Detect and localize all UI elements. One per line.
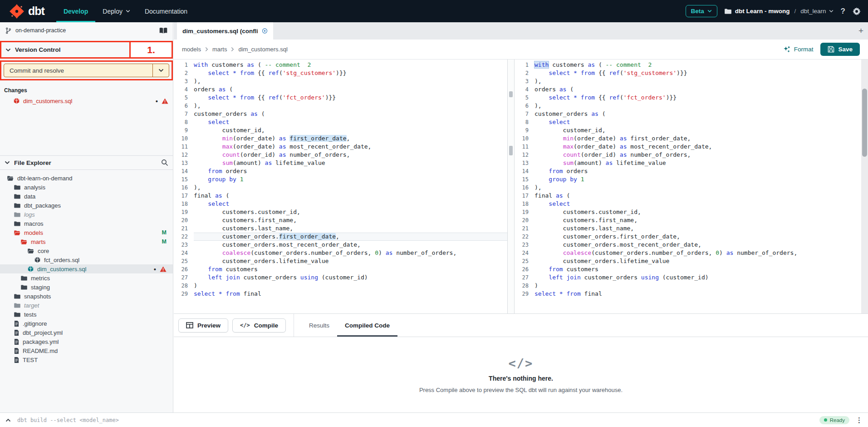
format-button[interactable]: Format bbox=[783, 46, 814, 53]
code-line[interactable]: 22 customer_orders.first_order_date, bbox=[515, 233, 861, 241]
nav-deploy[interactable]: Deploy bbox=[95, 0, 137, 22]
code-line[interactable]: 4orders as ( bbox=[174, 85, 507, 94]
code-line[interactable]: 8 select bbox=[174, 118, 507, 126]
tree-item-snapshots[interactable]: snapshots bbox=[0, 292, 173, 301]
code-line[interactable]: 28) bbox=[174, 282, 507, 290]
tab-compiled-code[interactable]: Compiled Code bbox=[337, 314, 397, 337]
code-line[interactable]: 2 select * from {{ ref('stg_customers')}… bbox=[515, 69, 861, 77]
code-line[interactable]: 23 customer_orders.most_recent_order_dat… bbox=[515, 241, 861, 249]
code-line[interactable]: 6), bbox=[174, 102, 507, 110]
nav-develop[interactable]: Develop bbox=[56, 0, 95, 22]
tree-item-fct_orders.sql[interactable]: fct_orders.sql bbox=[0, 255, 173, 264]
code-line[interactable]: 24 coalesce(customer_orders.number_of_or… bbox=[174, 249, 507, 257]
search-icon[interactable] bbox=[161, 159, 168, 166]
code-line[interactable]: 9 customer_id, bbox=[174, 126, 507, 134]
tree-item-dbt-learn-on-demand[interactable]: dbt-learn-on-demand bbox=[0, 174, 173, 183]
dbt-logo[interactable]: dbt bbox=[0, 0, 56, 22]
code-line[interactable]: 29select * from final bbox=[174, 290, 507, 298]
code-line[interactable]: 15 group by 1 bbox=[515, 175, 861, 184]
code-line[interactable]: 27 left join customer_orders using (cust… bbox=[515, 273, 861, 282]
settings-gear-icon[interactable] bbox=[853, 7, 861, 15]
splitter-thumb[interactable] bbox=[509, 146, 513, 155]
breadcrumb-models[interactable]: models bbox=[182, 46, 201, 53]
code-line[interactable]: 3), bbox=[515, 77, 861, 85]
code-line[interactable]: 19 customers.customer_id, bbox=[515, 208, 861, 216]
code-line[interactable]: 18 select bbox=[174, 200, 507, 208]
tree-item-marts[interactable]: martsM bbox=[0, 237, 173, 246]
chevron-up-icon[interactable] bbox=[5, 418, 11, 422]
pane-splitter[interactable] bbox=[507, 60, 515, 313]
code-line[interactable]: 6), bbox=[515, 102, 861, 110]
code-line[interactable]: 8 select bbox=[515, 118, 861, 126]
splitter-thumb[interactable] bbox=[509, 91, 513, 97]
version-control-header[interactable]: Version Control 1. bbox=[1, 42, 172, 57]
tree-item-metrics[interactable]: metrics bbox=[0, 273, 173, 283]
code-line[interactable]: 1with customers as ( -- comment 2 bbox=[174, 61, 507, 69]
code-line[interactable]: 27 left join customer_orders using (cust… bbox=[174, 273, 507, 282]
code-line[interactable]: 10 min(order_date) as first_order_date, bbox=[174, 134, 507, 143]
code-line[interactable]: 16), bbox=[515, 184, 861, 192]
kebab-menu-icon[interactable]: ⋮ bbox=[856, 416, 863, 424]
docs-book-icon[interactable] bbox=[159, 27, 167, 34]
code-line[interactable]: 15 group by 1 bbox=[174, 175, 507, 184]
project-dropdown[interactable]: dbt_learn bbox=[800, 8, 833, 15]
tree-item-target[interactable]: target bbox=[0, 301, 173, 310]
nav-documentation[interactable]: Documentation bbox=[137, 0, 195, 22]
code-line[interactable]: 25 customer_orders.lifetime_value bbox=[174, 257, 507, 265]
tree-item-dim_customers.sql[interactable]: dim_customers.sql• bbox=[0, 264, 173, 273]
code-line[interactable]: 4orders as ( bbox=[515, 85, 861, 94]
code-line[interactable]: 17final as ( bbox=[174, 192, 507, 200]
tree-item-TEST[interactable]: TEST bbox=[0, 355, 173, 364]
tree-item-models[interactable]: modelsM bbox=[0, 228, 173, 237]
save-button[interactable]: Save bbox=[820, 43, 860, 56]
tree-item-packages.yml[interactable]: packages.yml bbox=[0, 337, 173, 346]
tree-item-tests[interactable]: tests bbox=[0, 310, 173, 319]
code-line[interactable]: 10 min(order_date) as first_order_date, bbox=[515, 134, 861, 143]
code-line[interactable]: 22 customer_orders.first_order_date, bbox=[174, 233, 507, 241]
code-line[interactable]: 18 select bbox=[515, 200, 861, 208]
code-line[interactable]: 5 select * from {{ ref('fct_orders')}} bbox=[515, 94, 861, 102]
code-line[interactable]: 26 from customers bbox=[515, 265, 861, 273]
tree-item-logs[interactable]: logs bbox=[0, 210, 173, 219]
tab-dim-customers[interactable]: dim_customers.sql (confli... bbox=[177, 22, 273, 40]
branch-row[interactable]: on-demand-practice bbox=[0, 22, 173, 39]
code-line[interactable]: 14 from orders bbox=[515, 167, 861, 175]
editor-scrollbar[interactable] bbox=[861, 60, 868, 313]
new-tab-plus-icon[interactable]: + bbox=[858, 26, 863, 36]
tree-item-README.md[interactable]: README.md bbox=[0, 346, 173, 355]
tree-item-macros[interactable]: macros bbox=[0, 219, 173, 228]
help-icon[interactable]: ? bbox=[841, 7, 845, 16]
code-line[interactable]: 11 max(order_date) as most_recent_order_… bbox=[515, 143, 861, 151]
code-line[interactable]: 12 count(order_id) as number_of_orders, bbox=[174, 151, 507, 159]
tree-item-data[interactable]: data bbox=[0, 192, 173, 201]
tree-item-dbt_project.yml[interactable]: dbt_project.yml bbox=[0, 328, 173, 337]
file-explorer-header[interactable]: File Explorer bbox=[0, 155, 173, 170]
code-line[interactable]: 21 customers.last_name, bbox=[174, 224, 507, 233]
tree-item-core[interactable]: core bbox=[0, 246, 173, 255]
code-line[interactable]: 12 count(order_id) as number_of_orders, bbox=[515, 151, 861, 159]
code-line[interactable]: 7customer_orders as ( bbox=[174, 110, 507, 118]
tree-item-staging[interactable]: staging bbox=[0, 283, 173, 292]
commit-options-dropdown[interactable] bbox=[152, 64, 169, 77]
code-line[interactable]: 1with customers as ( -- comment 2 bbox=[515, 61, 861, 69]
code-line[interactable]: 26 from customers bbox=[174, 265, 507, 273]
command-input[interactable]: dbt build --select <model_name> bbox=[17, 417, 813, 423]
code-line[interactable]: 29select * from final bbox=[515, 290, 861, 298]
code-pane-right[interactable]: 1with customers as ( -- comment 22 selec… bbox=[515, 60, 861, 313]
code-line[interactable]: 16), bbox=[174, 184, 507, 192]
code-line[interactable]: 20 customers.first_name, bbox=[515, 216, 861, 224]
code-line[interactable]: 11 max(order_date) as most_recent_order_… bbox=[174, 143, 507, 151]
tree-item-dbt_packages[interactable]: dbt_packages bbox=[0, 201, 173, 210]
code-line[interactable]: 17final as ( bbox=[515, 192, 861, 200]
scrollbar-thumb[interactable] bbox=[862, 89, 867, 157]
code-line[interactable]: 2 select * from {{ ref('stg_customers')}… bbox=[174, 69, 507, 77]
code-line[interactable]: 7customer_orders as ( bbox=[515, 110, 861, 118]
code-pane-left[interactable]: 1with customers as ( -- comment 22 selec… bbox=[174, 60, 507, 313]
tree-item-analysis[interactable]: analysis bbox=[0, 183, 173, 192]
code-line[interactable]: 3), bbox=[174, 77, 507, 85]
commit-and-resolve-button[interactable]: Commit and resolve bbox=[4, 64, 169, 77]
code-line[interactable]: 28) bbox=[515, 282, 861, 290]
code-line[interactable]: 25 customer_orders.lifetime_value bbox=[515, 257, 861, 265]
compile-button[interactable]: </> Compile bbox=[232, 318, 286, 333]
tree-item-.gitignore[interactable]: .gitignore bbox=[0, 319, 173, 328]
